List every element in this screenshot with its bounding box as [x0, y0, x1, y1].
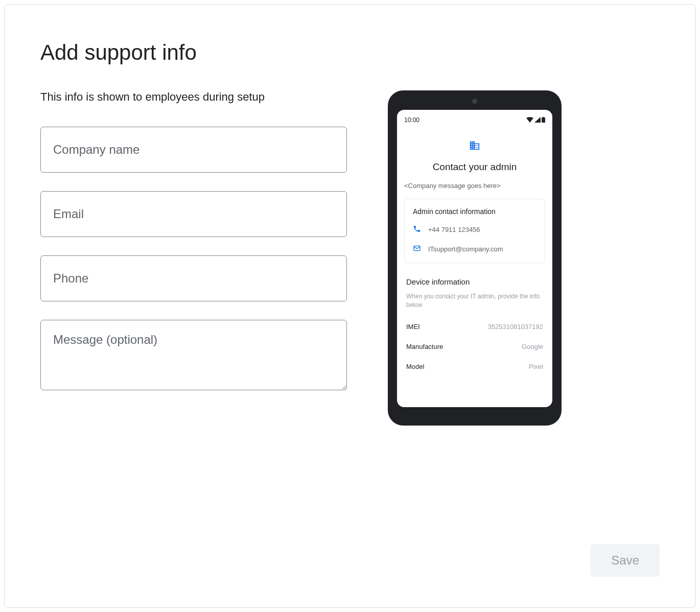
phone-screen: 10:00 Contact your ad	[397, 110, 552, 407]
signal-icon	[534, 117, 541, 123]
device-value: Pixel	[529, 363, 543, 370]
page-container: Add support info This info is shown to e…	[4, 4, 696, 608]
phone-field[interactable]	[40, 255, 347, 301]
device-description: When you contact your IT admin, provide …	[406, 292, 543, 310]
device-row-imei: IMEI 352531081037192	[406, 323, 543, 331]
device-title: Device information	[406, 277, 543, 286]
message-field[interactable]	[40, 320, 347, 390]
preview-heading: Contact your admin	[433, 161, 517, 173]
phone-content: Contact your admin <Company message goes…	[404, 140, 545, 383]
admin-card-title: Admin contact information	[413, 207, 536, 216]
page-subtitle: This info is shown to employees during s…	[40, 90, 347, 104]
phone-icon	[413, 225, 421, 235]
company-name-field[interactable]	[40, 127, 347, 173]
device-value: 352531081037192	[488, 323, 543, 331]
battery-icon	[542, 117, 545, 123]
device-row-manufacture: Manufacture Google	[406, 343, 543, 350]
svg-rect-1	[543, 117, 544, 118]
form-column: This info is shown to employees during s…	[40, 90, 347, 426]
status-time: 10:00	[404, 116, 419, 124]
phone-camera-icon	[472, 99, 477, 104]
device-label: IMEI	[406, 323, 420, 331]
email-icon	[413, 244, 421, 254]
admin-contact-card: Admin contact information +44 7911 12345…	[404, 199, 545, 263]
status-bar: 10:00	[404, 116, 545, 124]
device-value: Google	[522, 343, 543, 350]
admin-phone-row: +44 7911 123456	[413, 225, 536, 235]
device-label: Manufacture	[406, 343, 443, 350]
columns: This info is shown to employees during s…	[40, 90, 660, 426]
device-row-model: Model Pixel	[406, 363, 543, 370]
admin-email-text: ITsupport@company.com	[428, 245, 503, 253]
preview-company-message: <Company message goes here>	[404, 182, 501, 190]
device-section: Device information When you contact your…	[404, 277, 545, 383]
preview-column: 10:00 Contact your ad	[388, 90, 562, 426]
phone-mockup: 10:00 Contact your ad	[388, 90, 562, 426]
page-title: Add support info	[40, 40, 660, 65]
svg-rect-0	[542, 117, 545, 123]
building-icon	[469, 140, 480, 153]
device-label: Model	[406, 363, 424, 370]
wifi-icon	[526, 117, 533, 123]
admin-phone-text: +44 7911 123456	[428, 226, 480, 233]
status-icons	[526, 117, 545, 123]
email-field[interactable]	[40, 191, 347, 237]
save-button[interactable]: Save	[591, 544, 660, 577]
admin-email-row: ITsupport@company.com	[413, 244, 536, 254]
